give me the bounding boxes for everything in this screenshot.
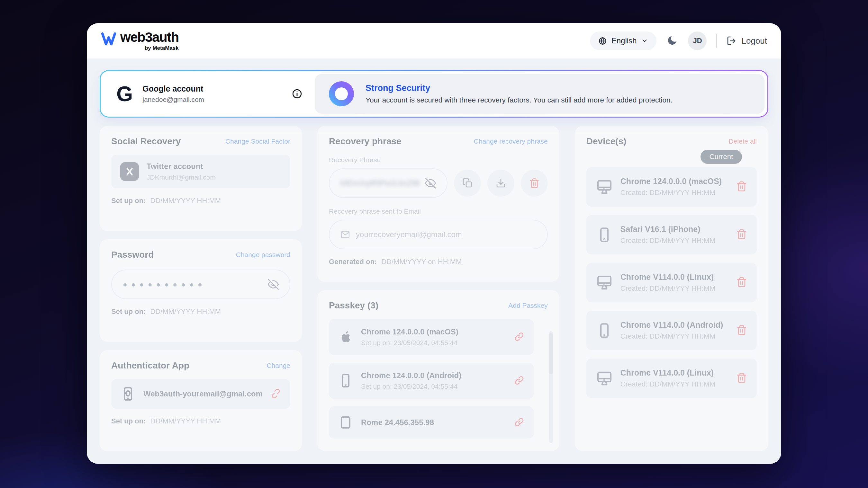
passkey-list: Chrome 124.0.0.0 (macOS) Set up on: 23/0… [329, 319, 548, 438]
change-authenticator-link[interactable]: Change [267, 362, 290, 369]
download-phrase-button[interactable] [487, 170, 515, 197]
password-field[interactable]: ●●●●●●●●●● [111, 269, 290, 299]
content-area: G Google account janedoe@gmail.com Stron… [87, 59, 781, 464]
unlink-authenticator-button[interactable] [270, 388, 281, 400]
device-row: Chrome V114.0.0 (Linux) Created: DD/MM/Y… [586, 359, 757, 398]
security-status-title: Strong Security [366, 83, 673, 93]
password-card: Password Change password ●●●●●●●●●● Set … [100, 239, 302, 342]
delete-phrase-button[interactable] [521, 170, 548, 197]
passkey-scrollbar-track[interactable] [549, 331, 553, 443]
password-title: Password [111, 250, 154, 260]
passkey-scrollbar-thumb[interactable] [549, 333, 553, 374]
unlink-icon [270, 388, 281, 399]
info-icon[interactable] [291, 88, 303, 99]
dark-mode-toggle[interactable] [666, 34, 678, 47]
delete-device-button[interactable] [736, 276, 747, 289]
google-icon: G [116, 83, 133, 104]
phrase-generated-date: Generated on: DD/MM/YYYY on HH:MM [329, 258, 548, 266]
moon-icon [666, 34, 678, 46]
link-icon [514, 331, 525, 342]
authenticator-card: Authenticator App Change Web3auth-yourem… [100, 350, 302, 451]
change-social-factor-link[interactable]: Change Social Factor [225, 137, 290, 145]
password-masked-value: ●●●●●●●●●● [123, 281, 268, 288]
device-row: Safari V16.1 (iPhone) Created: DD/MM/YYY… [586, 215, 757, 255]
device-row: Chrome V114.0.0 (Android) Created: DD/MM… [586, 311, 757, 350]
unlink-passkey-button[interactable] [514, 331, 525, 343]
desktop-icon [596, 274, 613, 291]
phone-icon [596, 322, 613, 339]
social-recovery-title: Social Recovery [111, 136, 181, 147]
copy-icon [462, 178, 472, 188]
social-setup-date: Set up on: DD/MM/YYYY HH:MM [111, 197, 290, 205]
link-icon [514, 375, 525, 386]
settings-grid: Social Recovery Change Social Factor X T… [100, 126, 768, 451]
recovery-email-field[interactable]: yourrecoveryemail@gmail.com [329, 220, 548, 249]
apple-icon [338, 329, 353, 345]
unlink-passkey-button[interactable] [514, 375, 525, 387]
delete-device-button[interactable] [736, 229, 747, 240]
social-recovery-card: Social Recovery Change Social Factor X T… [100, 126, 302, 231]
tablet-icon [338, 415, 353, 430]
globe-icon [598, 37, 607, 45]
passkey-row: Chrome 124.0.0.0 (Android) Set up on: 23… [329, 363, 534, 399]
link-icon [514, 417, 525, 428]
trash-icon [529, 178, 539, 188]
password-setup-date: Set up on: DD/MM/YYYY HH:MM [111, 307, 290, 316]
mail-icon [340, 230, 350, 239]
add-passkey-link[interactable]: Add Passkey [508, 302, 548, 310]
account-security-banner: G Google account janedoe@gmail.com Stron… [100, 70, 768, 118]
delete-all-devices-link[interactable]: Delete all [728, 137, 757, 145]
toggle-password-visibility-icon[interactable] [268, 279, 279, 290]
devices-card: Device(s) Delete all Current Chrome 124.… [575, 126, 768, 451]
authenticator-title: Authenticator App [111, 360, 189, 371]
desktop-icon [596, 178, 613, 195]
header-divider [716, 34, 717, 48]
copy-phrase-button[interactable] [454, 170, 481, 197]
page-background: web3auth by MetaMask English JD Logout [0, 0, 868, 488]
recovery-phrase-label: Recovery Phrase [329, 156, 548, 164]
delete-device-button[interactable] [736, 181, 747, 193]
security-progress-ring [329, 81, 354, 106]
chevron-down-icon [641, 37, 648, 44]
security-status-panel: Strong Security Your account is secured … [315, 74, 765, 114]
language-selector[interactable]: English [590, 31, 657, 50]
phone-icon [596, 227, 613, 243]
download-icon [496, 178, 506, 188]
logo-text: web3auth [120, 31, 179, 44]
logout-icon [726, 36, 737, 46]
main-panel: web3auth by MetaMask English JD Logout [87, 23, 781, 464]
logout-button[interactable]: Logout [726, 36, 767, 46]
recovery-phrase-field[interactable]: k9DmXq4RtPw2LbnZ88 [329, 168, 447, 198]
top-header: web3auth by MetaMask English JD Logout [87, 23, 781, 59]
change-recovery-phrase-link[interactable]: Change recovery phrase [474, 137, 548, 145]
device-row: Chrome 124.0.0.0 (macOS) Created: DD/MM/… [586, 167, 757, 206]
web3auth-w-icon [101, 32, 116, 46]
language-label: English [612, 36, 637, 45]
twitter-x-icon: X [120, 162, 139, 181]
authenticator-account-row: Web3auth-youremail@gmal.com [111, 379, 290, 409]
phone-icon [338, 373, 353, 388]
authenticator-phone-icon [120, 386, 136, 401]
device-row: Chrome V114.0.0 (Linux) Created: DD/MM/Y… [586, 263, 757, 302]
toggle-phrase-visibility-icon[interactable] [425, 178, 436, 189]
authenticator-setup-date: Set up on: DD/MM/YYYY HH:MM [111, 417, 290, 425]
web3auth-logo: web3auth by MetaMask [101, 31, 179, 52]
delete-device-button[interactable] [736, 324, 747, 336]
recovery-phrase-obscured: k9DmXq4RtPw2LbnZ88 [340, 179, 420, 188]
trash-icon [736, 229, 747, 240]
passkey-row: Rome 24.456.355.98 [329, 406, 534, 438]
unlink-passkey-button[interactable] [514, 417, 525, 429]
devices-title: Device(s) [586, 136, 626, 147]
trash-icon [736, 181, 747, 192]
header-actions: English JD Logout [590, 31, 767, 50]
trash-icon [736, 372, 747, 383]
delete-device-button[interactable] [736, 372, 747, 384]
current-device-badge: Current [701, 150, 742, 164]
social-account-row: X Twitter account JDKmurthi@gmail.com [111, 155, 290, 188]
desktop-icon [596, 370, 613, 387]
user-avatar[interactable]: JD [688, 31, 707, 50]
passkey-row: Chrome 124.0.0.0 (macOS) Set up on: 23/0… [329, 319, 534, 355]
change-password-link[interactable]: Change password [236, 251, 290, 259]
trash-icon [736, 324, 747, 335]
authenticator-account: Web3auth-youremail@gmal.com [144, 389, 262, 398]
